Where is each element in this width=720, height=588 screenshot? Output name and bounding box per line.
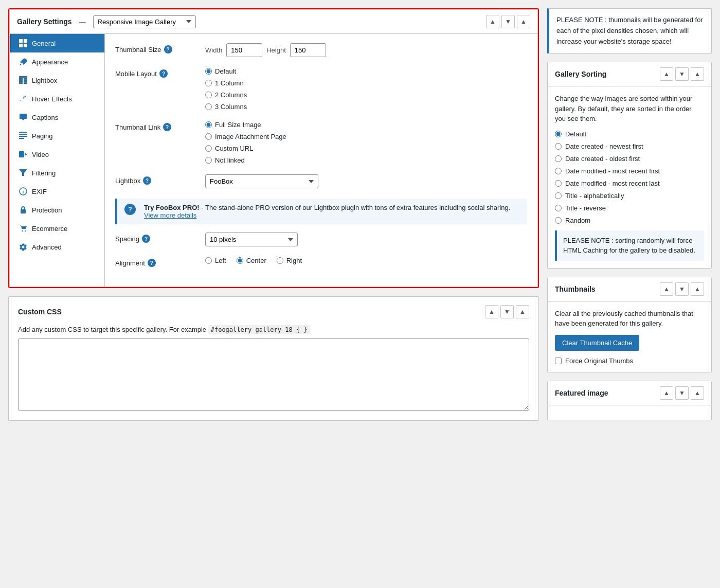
nav-item-protection[interactable]: Protection <box>10 201 104 219</box>
sorting-collapse-btn[interactable]: ▲ <box>691 67 704 81</box>
mobile-layout-1col[interactable]: 1 Column <box>205 79 527 87</box>
alignment-row: Alignment ? Left Center <box>115 257 527 267</box>
foobox-link[interactable]: View more details <box>144 211 196 219</box>
nav-item-appearance[interactable]: Appearance <box>10 52 104 71</box>
featured-up-btn[interactable]: ▲ <box>660 386 673 400</box>
spacing-control: 10 pixels 5 pixels 15 pixels 20 pixels <box>205 233 527 246</box>
foobox-info-box: ? Try FooBox PRO! - The stand-alone PRO … <box>115 199 527 224</box>
panel-down-btn[interactable]: ▼ <box>501 15 515 28</box>
wrench-icon <box>19 94 28 103</box>
spacing-select[interactable]: 10 pixels 5 pixels 15 pixels 20 pixels <box>205 233 298 246</box>
sort-date-newest[interactable]: Date created - newest first <box>555 142 704 150</box>
foobox-bold-text: Try FooBox PRO! <box>144 204 200 211</box>
spacing-label: Spacing ? <box>115 233 195 243</box>
lightbox-help[interactable]: ? <box>143 176 151 185</box>
gallery-type-select[interactable]: Responsive Image Gallery Standard Galler… <box>93 15 196 28</box>
thumbnails-desc: Clear all the previously cached thumbnai… <box>555 309 704 329</box>
lightbox-select[interactable]: FooBox None Prettybox <box>205 174 318 188</box>
thumbnails-title: Thumbnails <box>555 285 660 293</box>
gallery-sorting-panel: Gallery Sorting ▲ ▼ ▲ Change the way ima… <box>547 62 712 269</box>
custom-css-up-btn[interactable]: ▲ <box>485 305 498 318</box>
thumbnails-down-btn[interactable]: ▼ <box>675 282 689 296</box>
custom-css-header: Custom CSS ▲ ▼ ▲ <box>18 305 529 318</box>
sort-title-reverse[interactable]: Title - reverse <box>555 204 704 212</box>
thumbnail-size-help[interactable]: ? <box>164 45 172 54</box>
custom-css-panel: Custom CSS ▲ ▼ ▲ Add any custom CSS to t… <box>8 296 539 421</box>
nav-label-paging: Paging <box>32 132 52 140</box>
sorting-up-btn[interactable]: ▲ <box>660 67 673 81</box>
alignment-help[interactable]: ? <box>148 259 156 267</box>
panel-up-btn[interactable]: ▲ <box>486 15 499 28</box>
nav-item-lightbox[interactable]: Lightbox <box>10 71 104 90</box>
nav-item-general[interactable]: General <box>10 34 104 52</box>
nav-item-captions[interactable]: Captions <box>10 108 104 127</box>
sort-default[interactable]: Default <box>555 130 704 138</box>
nav-label-captions: Captions <box>32 114 58 121</box>
svg-marker-16 <box>25 153 27 156</box>
spacing-row: Spacing ? 10 pixels 5 pixels 15 pixels 2… <box>115 233 527 246</box>
nav-item-ecommerce[interactable]: Ecommerce <box>10 219 104 238</box>
svg-rect-9 <box>19 82 23 84</box>
nav-label-filtering: Filtering <box>32 169 56 177</box>
foobox-text: - The stand-alone PRO version of our Lig… <box>201 204 510 211</box>
svg-marker-17 <box>19 169 27 176</box>
nav-item-exif[interactable]: i EXIF <box>10 182 104 201</box>
height-label: Height <box>266 46 286 54</box>
width-input[interactable] <box>226 43 262 57</box>
lightbox-label: Lightbox ? <box>115 174 195 185</box>
paint-icon <box>19 57 28 66</box>
lightbox-control: FooBox None Prettybox <box>205 174 527 188</box>
nav-item-video[interactable]: Video <box>10 145 104 164</box>
nav-label-ecommerce: Ecommerce <box>32 225 67 233</box>
custom-css-collapse-btn[interactable]: ▲ <box>516 305 529 318</box>
thumbnail-size-inputs: Width Height <box>205 43 527 57</box>
mobile-layout-help[interactable]: ? <box>159 69 168 78</box>
panel-collapse-btn[interactable]: ▲ <box>517 15 530 28</box>
alignment-options: Left Center Right <box>205 257 527 264</box>
sort-title-alpha[interactable]: Title - alphabetically <box>555 192 704 200</box>
sort-modified-oldest[interactable]: Date modified - most recent last <box>555 180 704 187</box>
gallery-settings-title: Gallery Settings <box>17 17 72 26</box>
height-input[interactable] <box>290 43 326 57</box>
lock-icon <box>19 205 28 215</box>
nav-label-lightbox: Lightbox <box>32 77 57 84</box>
spacing-help[interactable]: ? <box>142 235 150 243</box>
align-left[interactable]: Left <box>205 257 226 264</box>
gallery-sorting-header: Gallery Sorting ▲ ▼ ▲ <box>548 62 711 86</box>
custom-css-down-btn[interactable]: ▼ <box>500 305 514 318</box>
nav-item-hover-effects[interactable]: Hover Effects <box>10 90 104 108</box>
mobile-layout-default[interactable]: Default <box>205 67 527 75</box>
thumbnail-link-label: Thumbnail Link ? <box>115 121 195 131</box>
thumb-link-custom[interactable]: Custom URL <box>205 145 527 152</box>
thumb-link-notlinked[interactable]: Not linked <box>205 156 527 164</box>
thumbnails-up-btn[interactable]: ▲ <box>660 282 673 296</box>
featured-down-btn[interactable]: ▼ <box>675 386 689 400</box>
thumb-link-attachment[interactable]: Image Attachment Page <box>205 133 527 140</box>
nav-item-filtering[interactable]: Filtering <box>10 164 104 182</box>
thumbnail-link-options: Full Size Image Image Attachment Page Cu… <box>205 121 527 164</box>
force-original-checkbox[interactable] <box>555 358 562 364</box>
sort-date-oldest[interactable]: Date created - oldest first <box>555 155 704 163</box>
featured-image-header: Featured image ▲ ▼ ▲ <box>548 381 711 405</box>
top-note-panel: PLEASE NOTE : thumbnails will be generat… <box>547 8 712 54</box>
mobile-layout-2col[interactable]: 2 Columns <box>205 91 527 99</box>
align-right[interactable]: Right <box>277 257 302 264</box>
mobile-layout-3col[interactable]: 3 Columns <box>205 103 527 111</box>
featured-collapse-btn[interactable]: ▲ <box>691 386 704 400</box>
custom-css-textarea[interactable] <box>18 338 529 411</box>
sorting-down-btn[interactable]: ▼ <box>675 67 689 81</box>
custom-css-controls: ▲ ▼ ▲ <box>485 305 529 318</box>
align-center[interactable]: Center <box>237 257 266 264</box>
thumbnails-collapse-btn[interactable]: ▲ <box>691 282 704 296</box>
nav-label-advanced: Advanced <box>32 243 62 251</box>
nav-item-advanced[interactable]: Advanced <box>10 238 104 256</box>
lightbox-row: Lightbox ? FooBox None Prettybox <box>115 174 527 188</box>
clear-thumbnail-cache-button[interactable]: Clear Thumbnail Cache <box>555 335 639 351</box>
sort-random[interactable]: Random <box>555 217 704 224</box>
thumbnail-link-help[interactable]: ? <box>163 123 171 131</box>
thumb-link-fullsize[interactable]: Full Size Image <box>205 121 527 129</box>
alignment-label: Alignment ? <box>115 257 195 267</box>
sort-modified-newest[interactable]: Date modified - most recent first <box>555 167 704 175</box>
nav-item-paging[interactable]: Paging <box>10 127 104 145</box>
sorting-note-box: PLEASE NOTE : sorting randomly will forc… <box>555 230 704 261</box>
